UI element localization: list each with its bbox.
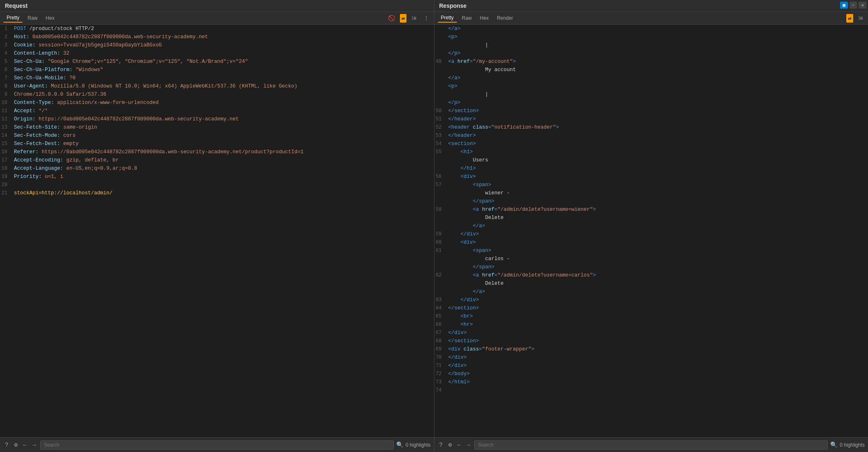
line-number: 15: [0, 140, 12, 148]
wrap-icon-request[interactable]: ⇌: [400, 14, 406, 23]
back-icon-request[interactable]: ←: [22, 441, 28, 449]
table-row: |: [434, 90, 868, 99]
line-number: 60: [434, 238, 447, 247]
line-content: <div class="footer-wrapper">: [447, 345, 868, 353]
table-row: 12Origin: https://0abd005e042c448782c288…: [0, 115, 434, 123]
line-number: [434, 49, 447, 58]
table-row: </p>: [434, 99, 868, 107]
tab-pretty-request[interactable]: Pretty: [3, 14, 23, 23]
table-row: 68</section>: [434, 337, 868, 345]
request-bottom-bar: ? ⚙ ← → 🔍 0 highlights: [0, 437, 434, 452]
line-content: Referer: https://0abd005e042c448782c2887…: [12, 148, 434, 156]
line-content: Accept: */*: [12, 107, 434, 115]
grid-view-icon[interactable]: ▦: [840, 2, 848, 9]
close-icon[interactable]: ✕: [859, 2, 866, 9]
line-content: </section>: [447, 304, 868, 312]
tab-render-response[interactable]: Render: [494, 14, 516, 22]
line-content: Sec-Ch-Ua-Platform: "Windows": [12, 66, 434, 74]
line-number: 56: [434, 173, 447, 181]
table-row: My account: [434, 66, 868, 74]
line-number: [434, 255, 447, 263]
table-row: 9Chrome/125.0.0.0 Safari/537.36: [0, 90, 434, 99]
line-content: Sec-Fetch-Dest: empty: [12, 140, 434, 148]
settings-icon-response[interactable]: ⚙: [447, 440, 453, 449]
line-number: 64: [434, 304, 447, 312]
line-number: 4: [0, 49, 12, 58]
line-number: [434, 74, 447, 82]
table-row: Delete: [434, 279, 868, 288]
search-input-response[interactable]: [474, 440, 828, 450]
line-content: </div>: [447, 353, 868, 362]
response-code-area: </a><p> |</p>49<a href="/my-account"> My…: [434, 25, 868, 437]
tab-hex-request[interactable]: Hex: [42, 14, 57, 22]
tab-raw-response[interactable]: Raw: [459, 14, 475, 22]
line-content: Origin: https://0abd005e042c448782c2887f…: [12, 115, 434, 123]
line-number: 50: [434, 107, 447, 115]
table-row: 73</html>: [434, 378, 868, 386]
line-number: 2: [0, 33, 12, 41]
indent-icon-response[interactable]: ⁝≡: [857, 14, 865, 23]
eye-off-icon[interactable]: 🚫: [386, 14, 397, 23]
tab-pretty-response[interactable]: Pretty: [438, 14, 457, 23]
line-number: [434, 99, 447, 107]
line-content: Users: [447, 156, 868, 164]
line-content: <span>: [447, 247, 868, 255]
indent-icon-request[interactable]: ⁝≡: [410, 14, 418, 23]
line-content: Delete: [447, 214, 868, 222]
line-number: [434, 189, 447, 197]
line-number: 7: [0, 74, 12, 82]
settings-icon-request[interactable]: ⚙: [12, 440, 19, 449]
line-content: Sec-Fetch-Mode: cors: [12, 131, 434, 140]
line-content: </section>: [447, 107, 868, 115]
line-content: </section>: [447, 337, 868, 345]
line-content: </a>: [447, 288, 868, 296]
line-number: 59: [434, 230, 447, 238]
table-row: |: [434, 41, 868, 49]
line-content: Sec-Ch-Ua: "Google Chrome";v="125", "Chr…: [12, 58, 434, 66]
table-row: <p>: [434, 82, 868, 90]
back-icon-response[interactable]: ←: [456, 441, 462, 449]
line-content: </span>: [447, 263, 868, 271]
wrap-icon-response[interactable]: ⇌: [846, 14, 853, 23]
table-row: </a>: [434, 74, 868, 82]
line-number: 9: [0, 90, 12, 99]
line-number: 5: [0, 58, 12, 66]
line-number: 69: [434, 345, 447, 353]
menu-icon-request[interactable]: ⋮: [422, 14, 431, 23]
line-content: Accept-Encoding: gzip, deflate, br: [12, 156, 434, 164]
minimize-icon[interactable]: –: [850, 2, 857, 9]
line-content: Cookie: session=TvvaU7ajb5gegiS4S0apGayb…: [12, 41, 434, 49]
response-title: Response: [439, 2, 467, 9]
table-row: </span>: [434, 197, 868, 205]
table-row: 74: [434, 386, 868, 394]
line-number: [434, 288, 447, 296]
line-number: 65: [434, 312, 447, 321]
table-row: 17Accept-Encoding: gzip, deflate, br: [0, 156, 434, 164]
tab-hex-response[interactable]: Hex: [477, 14, 492, 22]
table-row: 19Priority: u=1, i: [0, 173, 434, 181]
line-number: 66: [434, 321, 447, 329]
line-content: </div>: [447, 329, 868, 337]
line-content: </body>: [447, 370, 868, 378]
line-number: [434, 222, 447, 230]
line-number: 3: [0, 41, 12, 49]
line-number: 13: [0, 123, 12, 131]
highlights-badge-response: 0 highlights: [840, 442, 865, 448]
table-row: <p>: [434, 33, 868, 41]
line-number: 20: [0, 181, 12, 189]
line-number: 57: [434, 181, 447, 189]
line-number: 6: [0, 66, 12, 74]
search-input-request[interactable]: [40, 440, 394, 450]
line-content: </div>: [447, 230, 868, 238]
forward-icon-request[interactable]: →: [31, 441, 37, 449]
tab-raw-request[interactable]: Raw: [24, 14, 41, 22]
help-icon-response[interactable]: ?: [438, 441, 444, 449]
response-header: Response: [434, 0, 868, 12]
line-number: 63: [434, 296, 447, 304]
table-row: </a>: [434, 25, 868, 33]
help-icon-request[interactable]: ?: [3, 441, 10, 449]
line-number: 73: [434, 378, 447, 386]
table-row: 70</div>: [434, 353, 868, 362]
line-number: 53: [434, 131, 447, 140]
forward-icon-response[interactable]: →: [465, 441, 472, 449]
